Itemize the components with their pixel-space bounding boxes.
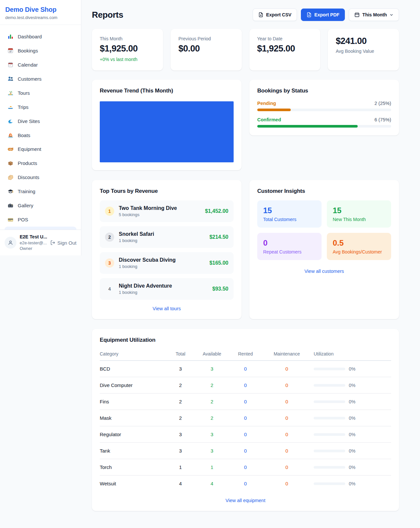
sidebar-item-discounts[interactable]: Discounts <box>4 170 77 184</box>
table-row: Regulator 3 3 0 0 0% <box>100 426 391 443</box>
stat-card-year-to-date: Year to Date $1,925.00 <box>249 29 321 71</box>
utilization-percent: 0% <box>349 399 355 404</box>
sidebar-nav: Dashboard 17 Bookings Calendar Customers… <box>0 25 81 230</box>
sidebar-item-products[interactable]: Products <box>4 156 77 170</box>
utilization-bar <box>314 433 345 436</box>
cell-rented: 0 <box>228 394 262 410</box>
cell-total: 3 <box>165 361 196 377</box>
utilization-bar <box>314 450 345 452</box>
sidebar-item-label: Customers <box>18 76 42 82</box>
logout-icon <box>50 240 55 245</box>
page-header: Reports Export CSV Export PDF This Month <box>92 9 399 21</box>
sidebar-item-label: Training <box>18 189 35 194</box>
tile-label: Repeat Customers <box>263 249 316 254</box>
view-all-customers-link[interactable]: View all customers <box>257 269 391 274</box>
export-pdf-button[interactable]: Export PDF <box>301 9 345 21</box>
table-row: Tank 3 3 0 0 0% <box>100 443 391 459</box>
status-count: 2 (25%) <box>374 101 391 106</box>
tour-name: Snorkel Safari <box>119 231 205 237</box>
tour-bookings: 1 booking <box>119 264 205 269</box>
sidebar-item-equipment[interactable]: Equipment <box>4 142 77 156</box>
sidebar-item-trips[interactable]: Trips <box>4 100 77 114</box>
utilization-bar <box>314 417 345 419</box>
chevron-down-icon <box>389 13 393 17</box>
cell-available: 3 <box>196 443 228 459</box>
col-total: Total <box>165 348 196 361</box>
tour-revenue: $165.00 <box>209 260 228 266</box>
cell-total: 2 <box>165 410 196 426</box>
cell-category: Dive Computer <box>100 377 165 394</box>
cell-category: BCD <box>100 361 165 377</box>
stat-label: Avg Booking Value <box>336 49 391 54</box>
view-all-equipment-link[interactable]: View all equipment <box>100 498 391 503</box>
customer-insights-card: Customer Insights 15 Total Customers 15 … <box>249 180 399 319</box>
sidebar-item-gallery[interactable]: Gallery <box>4 198 77 213</box>
col-category: Category <box>100 348 165 361</box>
graduation-cap-icon <box>7 188 14 195</box>
status-rows: Pending 2 (25%) Confirmed 6 (75%) <box>257 101 391 128</box>
tour-name: Discover Scuba Diving <box>119 257 205 263</box>
sidebar-item-tours[interactable]: Tours <box>4 86 77 100</box>
sidebar-item-bookings[interactable]: 17 Bookings <box>4 44 77 58</box>
stat-value: $1,925.00 <box>100 44 155 54</box>
tour-revenue: $1,452.00 <box>205 208 228 214</box>
export-pdf-label: Export PDF <box>314 12 339 17</box>
period-dropdown[interactable]: This Month <box>349 9 399 21</box>
table-row: Mask 2 2 0 0 0% <box>100 410 391 426</box>
status-label: Pending <box>257 101 276 106</box>
progress-fill <box>257 125 358 128</box>
cell-category: Mask <box>100 410 165 426</box>
period-label: This Month <box>362 12 387 17</box>
stat-value: $0.00 <box>178 44 234 54</box>
utilization-bar <box>314 482 345 485</box>
view-all-tours-link[interactable]: View all tours <box>100 306 234 311</box>
rank-badge: 2 <box>105 233 114 242</box>
cell-available: 2 <box>196 377 228 394</box>
sidebar-item-dive-sites[interactable]: Dive Sites <box>4 114 77 128</box>
table-row: Wetsuit 4 4 0 0 0% <box>100 476 391 492</box>
tile-label: New This Month <box>333 217 385 222</box>
stat-cards: This Month $1,925.00 +0% vs last month P… <box>92 29 399 71</box>
status-row-confirmed: Confirmed 6 (75%) <box>257 117 391 128</box>
sidebar-item-dashboard[interactable]: Dashboard <box>4 30 77 44</box>
equipment-table: Category Total Available Rented Maintena… <box>100 348 391 492</box>
utilization-percent: 0% <box>349 416 355 421</box>
file-download-icon <box>306 12 312 17</box>
person-icon <box>7 239 14 246</box>
tile-value: 15 <box>333 206 385 215</box>
utilization-percent: 0% <box>349 366 355 372</box>
sidebar-item-label: Bookings <box>18 48 38 53</box>
utilization-bar <box>314 368 345 370</box>
utilization-percent: 0% <box>349 432 355 437</box>
sidebar-item-label: Equipment <box>18 146 41 152</box>
cell-category: Fins <box>100 394 165 410</box>
cell-total: 2 <box>165 394 196 410</box>
sign-out-button[interactable]: Sign Out <box>50 240 76 246</box>
tour-revenue: $93.50 <box>212 286 228 292</box>
sidebar-header: Demo Dive Shop demo.test.divestreams.com <box>0 0 81 25</box>
package-icon <box>7 160 14 167</box>
export-csv-label: Export CSV <box>266 12 291 17</box>
cell-available: 2 <box>196 394 228 410</box>
tour-bookings: 1 booking <box>119 238 205 243</box>
customer-insights-title: Customer Insights <box>257 188 391 194</box>
sidebar-item-label: Gallery <box>18 203 33 208</box>
sidebar-item-pos[interactable]: POS <box>4 213 77 227</box>
sidebar-item-boats[interactable]: Boats <box>4 128 77 142</box>
export-csv-button[interactable]: Export CSV <box>253 9 297 21</box>
sidebar-item-customers[interactable]: Customers <box>4 72 77 86</box>
wave-icon <box>7 118 14 124</box>
utilization-percent: 0% <box>349 448 355 454</box>
status-label: Confirmed <box>257 117 281 122</box>
sidebar-item-label: Products <box>18 160 37 166</box>
tile-value: 15 <box>263 206 316 215</box>
sidebar-item-training[interactable]: Training <box>4 184 77 198</box>
user-info: E2E Test U... e2e-tester@... Owner <box>20 234 47 252</box>
cell-rented: 0 <box>228 459 262 476</box>
stat-card-avg-booking-value: $241.00 Avg Booking Value <box>328 29 399 71</box>
cell-maintenance: 0 <box>262 443 311 459</box>
sidebar-item-calendar[interactable]: Calendar <box>4 58 77 72</box>
col-utilization: Utilization <box>311 348 391 361</box>
calendar-icon <box>354 12 360 17</box>
main-content: Reports Export CSV Export PDF This Month… <box>81 0 420 527</box>
